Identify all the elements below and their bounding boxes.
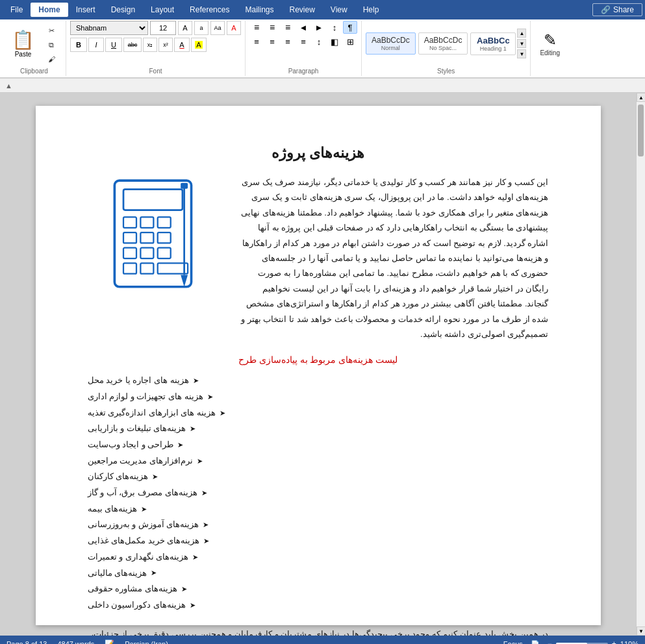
sort-button[interactable]: ↕	[327, 21, 342, 34]
highlight-color-button[interactable]: A	[191, 38, 207, 52]
tab-layout[interactable]: Layout	[143, 3, 182, 17]
tab-insert[interactable]: Insert	[68, 3, 103, 17]
shading-button[interactable]: ◧	[327, 35, 342, 48]
intro-section: این کسب و کار نیز همانند هر کسب و کار تو…	[88, 175, 549, 341]
tab-design[interactable]: Design	[103, 3, 143, 17]
font-color-button[interactable]: A	[174, 38, 190, 52]
svg-rect-2	[123, 217, 136, 227]
cut-icon: ✂	[49, 27, 55, 35]
zoom-controls: − + 110%	[548, 639, 639, 644]
paste-button[interactable]: 📋 Paste	[6, 27, 40, 60]
footer-text: در همین بخش باید عنوان کنیم که وجود برخی…	[88, 626, 549, 636]
editing-label: Editing	[540, 49, 560, 56]
style-normal-preview: AaBbCcDc	[372, 36, 410, 45]
ruler-indicator: ▲	[5, 82, 12, 90]
style-heading1[interactable]: AaBbCc Heading 1	[470, 32, 516, 55]
show-marks-icon: ¶	[348, 23, 353, 32]
style-normal[interactable]: AaBbCcDc Normal	[366, 32, 416, 55]
svg-rect-9	[140, 248, 153, 258]
tab-help[interactable]: Help	[355, 3, 387, 17]
align-right-icon: ≡	[285, 37, 290, 47]
list-item: هزینه‌های تبلیغات و بازاریابی	[88, 421, 549, 437]
ribbon-tabs: File Home Insert Design Layout Reference…	[0, 0, 645, 19]
grow-font-button[interactable]: A	[178, 21, 192, 35]
styles-expand[interactable]: ▼	[517, 49, 526, 58]
list-item: هزینه‌های دکوراسیون داخلی	[88, 597, 549, 613]
subscript-button[interactable]: x₂	[143, 38, 157, 52]
styles-scroll-down[interactable]: ▼	[517, 39, 526, 48]
cut-button[interactable]: ✂	[41, 24, 62, 37]
shading-icon: ◧	[331, 37, 338, 47]
font-family-select[interactable]: Shabnam	[70, 21, 148, 35]
superscript-button[interactable]: x²	[158, 38, 173, 52]
italic-button[interactable]: I	[88, 38, 104, 52]
page-info: Page 8 of 13	[6, 640, 47, 644]
zoom-out-button[interactable]: −	[548, 639, 552, 644]
multilevel-button[interactable]: ≡	[281, 21, 295, 34]
scroll-up-arrow[interactable]: ▲	[637, 93, 645, 102]
para-row-1: ≡ ≡ ≡ ◄ ► ↕	[249, 21, 357, 34]
strikethrough-button[interactable]: abc	[123, 38, 142, 52]
list-item: هزینه‌های نگهداری و تعمیرات	[88, 549, 549, 565]
highlight-icon: A	[195, 41, 202, 49]
list-item: هزینه های تجهیزات و لوازم اداری	[88, 389, 549, 405]
tab-references[interactable]: References	[182, 3, 237, 17]
list-item: هزینه‌های مالیاتی	[88, 565, 549, 582]
show-marks-button[interactable]: ¶	[343, 21, 357, 34]
decrease-indent-button[interactable]: ◄	[296, 21, 310, 34]
bullets-icon: ≡	[254, 22, 259, 32]
tab-home[interactable]: Home	[31, 3, 68, 17]
calculator-svg	[91, 175, 221, 304]
editing-content: ✎ Editing	[535, 21, 565, 66]
tab-file[interactable]: File	[3, 3, 31, 17]
numbering-button[interactable]: ≡	[265, 21, 279, 34]
bullets-button[interactable]: ≡	[249, 21, 264, 34]
shrink-font-button[interactable]: a	[194, 21, 209, 35]
change-case-button[interactable]: Aa	[210, 21, 225, 35]
align-right-button[interactable]: ≡	[281, 35, 295, 48]
editing-icon: ✎	[544, 31, 557, 49]
align-left-button[interactable]: ≡	[249, 35, 264, 48]
line-spacing-button[interactable]: ↕	[312, 35, 326, 48]
tab-view[interactable]: View	[323, 3, 355, 17]
align-center-button[interactable]: ≡	[265, 35, 279, 48]
increase-indent-button[interactable]: ►	[312, 21, 326, 34]
svg-rect-16	[181, 183, 188, 189]
sort-icon: ↕	[333, 23, 337, 32]
tab-review[interactable]: Review	[281, 3, 322, 17]
style-nospace[interactable]: AaBbCcDc No Spac...	[418, 32, 468, 55]
decrease-indent-icon: ◄	[299, 23, 308, 32]
borders-button[interactable]: ⊞	[343, 35, 357, 48]
svg-rect-8	[123, 248, 136, 258]
borders-icon: ⊞	[347, 37, 354, 47]
paste-label: Paste	[15, 51, 32, 58]
scroll-thumb[interactable]	[638, 105, 644, 156]
copy-button[interactable]: ⧉	[41, 38, 62, 51]
styles-label: Styles	[366, 66, 526, 76]
clear-format-button[interactable]: A	[227, 21, 241, 35]
para-row-2: ≡ ≡ ≡ ≡ ↕ ◧	[249, 35, 357, 48]
paragraph-group: ≡ ≡ ≡ ◄ ► ↕	[246, 21, 362, 76]
tab-mailings[interactable]: Mailings	[237, 3, 281, 17]
justify-icon: ≡	[301, 37, 306, 47]
styles-scroll-up[interactable]: ▲	[517, 29, 526, 38]
font-size-input[interactable]	[150, 21, 176, 35]
status-right: Focus 📄 − + 110%	[503, 639, 639, 644]
share-button[interactable]: 🔗 Share	[592, 3, 642, 16]
document-scrollbar[interactable]: ▲ ▼	[636, 93, 645, 636]
format-painter-button[interactable]: 🖌	[41, 53, 62, 66]
word-count: 4847 words	[57, 640, 94, 644]
style-heading1-label: Heading 1	[480, 45, 507, 52]
document-scroll[interactable]: هزینه‌های پروژه این کسب و کار نیز همانند…	[0, 93, 636, 636]
underline-button[interactable]: U	[105, 38, 122, 52]
bold-button[interactable]: B	[70, 38, 87, 52]
clipboard-label: Clipboard	[6, 66, 62, 76]
style-normal-label: Normal	[381, 45, 400, 51]
clear-format-icon: A	[231, 24, 236, 32]
list-item: نرم‌افزارهای مدیریت مراجعین	[88, 453, 549, 469]
justify-button[interactable]: ≡	[296, 35, 310, 48]
focus-button[interactable]: Focus	[503, 640, 523, 644]
editing-button[interactable]: ✎ Editing	[535, 29, 565, 59]
scroll-down-arrow[interactable]: ▼	[637, 626, 645, 636]
zoom-in-button[interactable]: +	[612, 639, 616, 644]
